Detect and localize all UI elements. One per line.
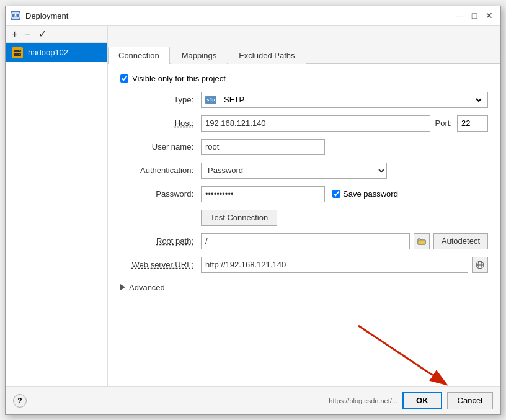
host-row: Host: Port: (120, 115, 488, 132)
password-label: Password: (120, 189, 201, 199)
svg-point-2 (15, 14, 17, 16)
tab-mappings[interactable]: Mappings (171, 47, 227, 64)
help-button[interactable]: ? (13, 394, 27, 408)
title-controls: ─ □ ✕ (453, 9, 495, 22)
auth-row: Authentication: Password Key pair OpenSS… (120, 163, 488, 179)
autodetect-button[interactable]: Autodetect (433, 233, 488, 249)
tab-excluded-paths[interactable]: Excluded Paths (228, 47, 305, 64)
sidebar-item-hadoop102[interactable]: hadoop102 (6, 43, 107, 62)
close-button[interactable]: ✕ (483, 9, 495, 22)
sidebar-item-label: hadoop102 (28, 48, 68, 57)
server-icon (12, 47, 23, 58)
open-url-button[interactable] (472, 257, 488, 273)
maximize-button[interactable]: □ (468, 9, 481, 22)
username-row: User name: (120, 139, 488, 155)
bottom-right: OK Cancel (402, 392, 493, 409)
confirm-button[interactable]: ✓ (36, 28, 49, 40)
main-content: Connection Mappings Excluded Paths Visib… (108, 43, 500, 386)
visible-checkbox[interactable] (120, 74, 128, 83)
window-title: Deployment (25, 11, 68, 20)
app-icon (11, 11, 20, 20)
web-url-row: Web server URL: (120, 257, 488, 273)
browse-folder-button[interactable] (414, 233, 430, 249)
title-bar-left: Deployment (11, 11, 68, 20)
sidebar: hadoop102 (6, 43, 108, 386)
username-label: User name: (120, 142, 201, 151)
advanced-toggle[interactable]: Advanced (120, 280, 488, 295)
save-password-label[interactable]: Save password (343, 189, 398, 199)
add-server-button[interactable]: + (9, 28, 20, 40)
ok-button[interactable]: OK (402, 392, 442, 409)
type-select[interactable]: SFTP FTP FTPS (221, 93, 484, 107)
svg-point-6 (19, 54, 20, 55)
type-label: Type: (120, 95, 201, 104)
host-input[interactable] (201, 115, 430, 132)
type-row: Type: sftp SFTP FTP FTPS (120, 92, 488, 108)
title-bar: Deployment ─ □ ✕ (6, 6, 500, 26)
cancel-button[interactable]: Cancel (447, 392, 493, 409)
advanced-label: Advanced (129, 283, 165, 292)
root-path-row: Root path: Autodetect (120, 233, 488, 249)
web-url-input[interactable] (201, 257, 468, 273)
save-password-row: Save password (332, 189, 398, 199)
password-input[interactable] (201, 186, 325, 202)
username-input[interactable] (201, 139, 325, 155)
tabs: Connection Mappings Excluded Paths (108, 43, 500, 64)
save-password-checkbox[interactable] (332, 190, 340, 198)
advanced-section: Advanced (120, 280, 488, 295)
root-path-label: Root path: (120, 236, 201, 246)
host-label: Host: (120, 118, 201, 128)
deployment-dialog: Deployment ─ □ ✕ + − ✓ (5, 6, 501, 415)
svg-point-5 (19, 50, 20, 51)
tab-connection[interactable]: Connection (108, 47, 170, 64)
auth-label: Authentication: (120, 166, 201, 175)
dialog-body: hadoop102 Connection Mappings Excluded P… (6, 43, 500, 386)
sftp-icon: sftp (205, 96, 216, 104)
minimize-button[interactable]: ─ (453, 9, 466, 22)
visible-checkbox-row: Visible only for this project (120, 74, 488, 83)
form-area: Visible only for this project Type: sftp… (108, 64, 500, 386)
auth-select[interactable]: Password Key pair OpenSSH config (201, 163, 387, 179)
root-path-input[interactable] (201, 233, 410, 249)
expand-icon (120, 284, 125, 290)
test-connection-button[interactable]: Test Connection (201, 210, 277, 226)
web-url-label: Web server URL: (120, 260, 201, 269)
visible-label[interactable]: Visible only for this project (132, 74, 226, 83)
port-input[interactable] (457, 115, 488, 132)
remove-server-button[interactable]: − (22, 28, 33, 40)
password-row: Password: Save password (120, 186, 488, 202)
bottom-bar: ? https://blog.csdn.net/... OK Cancel (6, 386, 500, 414)
test-connection-row: Test Connection (120, 210, 488, 226)
port-label: Port: (435, 118, 452, 128)
url-hint: https://blog.csdn.net/... (27, 397, 402, 404)
